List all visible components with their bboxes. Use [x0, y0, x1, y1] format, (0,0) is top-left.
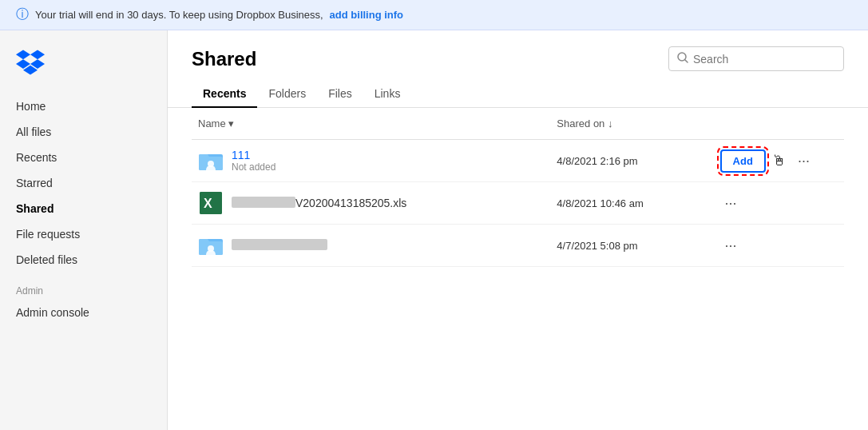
sidebar-item-starred[interactable]: Starred: [0, 170, 167, 196]
file-actions-2: ···: [714, 182, 844, 225]
file-sub-1: Not added: [232, 161, 275, 173]
table-row: 4/7/2021 5:08 pm ···: [192, 225, 844, 267]
sidebar-item-shared[interactable]: Shared: [0, 196, 167, 221]
file-name-cell-3: [192, 225, 550, 267]
table-row: 111 Not added 4/8/2021 2:16 pm Add 🖱 ···: [192, 140, 844, 182]
tab-folders[interactable]: Folders: [257, 81, 317, 108]
shared-folder-icon: [198, 148, 224, 173]
file-table-wrapper: Name ▾ Shared on ↓: [168, 108, 868, 267]
cursor-icon: 🖱: [772, 153, 787, 169]
sidebar-item-home[interactable]: Home: [0, 94, 167, 119]
file-date-3: 4/7/2021 5:08 pm: [550, 225, 713, 267]
file-table: Name ▾ Shared on ↓: [192, 108, 844, 267]
file-actions-1: Add 🖱 ···: [714, 140, 844, 182]
col-header-name[interactable]: Name ▾: [192, 108, 550, 140]
info-icon: ⓘ: [16, 6, 29, 23]
main-content: Shared Recents Folders Files Links: [168, 30, 868, 430]
content-header: Shared: [168, 30, 868, 71]
tab-recents[interactable]: Recents: [192, 81, 257, 108]
file-name-blurred-3: [232, 239, 327, 252]
dropbox-logo-icon: [16, 46, 45, 75]
sidebar-item-all-files[interactable]: All files: [0, 119, 167, 145]
tab-files[interactable]: Files: [317, 81, 363, 108]
tab-links[interactable]: Links: [363, 81, 412, 108]
sidebar: Home All files Recents Starred Shared Fi…: [0, 30, 168, 430]
more-options-button-1[interactable]: ···: [793, 151, 814, 171]
trial-banner: ⓘ Your trial will end in 30 days. To kee…: [0, 0, 868, 30]
table-row: X V20200413185205.xls 4/8/2021 10:46 a: [192, 182, 844, 225]
col-header-actions: [714, 108, 844, 140]
more-options-button-2[interactable]: ···: [720, 193, 742, 213]
file-name-blurred-2: V20200413185205.xls: [232, 197, 406, 209]
tabs-bar: Recents Folders Files Links: [168, 71, 868, 108]
svg-text:X: X: [204, 197, 212, 210]
more-options-button-3[interactable]: ···: [720, 236, 742, 256]
file-date-1: 4/8/2021 2:16 pm: [550, 140, 713, 182]
shared-folder-icon-2: [198, 233, 224, 258]
trial-message: Your trial will end in 30 days. To keep …: [35, 9, 323, 21]
page-title: Shared: [192, 48, 256, 70]
file-name-visible-2: V20200413185205.xls: [295, 197, 406, 209]
search-input[interactable]: [693, 53, 835, 66]
sidebar-item-deleted-files[interactable]: Deleted files: [0, 247, 167, 273]
add-button[interactable]: Add: [720, 149, 766, 173]
sidebar-item-admin-console[interactable]: Admin console: [0, 300, 167, 325]
billing-cta[interactable]: add billing info: [330, 9, 403, 21]
file-name-link-1[interactable]: 111: [232, 149, 275, 161]
search-box[interactable]: [668, 46, 844, 71]
sidebar-logo: [0, 43, 167, 94]
svg-line-1: [685, 60, 688, 62]
sidebar-item-recents[interactable]: Recents: [0, 145, 167, 170]
date-sort-arrow: ↓: [608, 117, 613, 129]
name-sort-arrow: ▾: [228, 117, 234, 129]
sidebar-item-file-requests[interactable]: File requests: [0, 221, 167, 247]
file-name-cell-1: 111 Not added: [192, 140, 550, 182]
file-name-cell-2: X V20200413185205.xls: [192, 182, 550, 225]
file-date-2: 4/8/2021 10:46 am: [550, 182, 713, 225]
admin-section-label: Admin: [0, 273, 167, 300]
col-header-shared-on[interactable]: Shared on ↓: [550, 108, 713, 140]
search-icon: [677, 52, 688, 66]
file-actions-3: ···: [714, 225, 844, 267]
excel-file-icon: X: [198, 190, 224, 216]
